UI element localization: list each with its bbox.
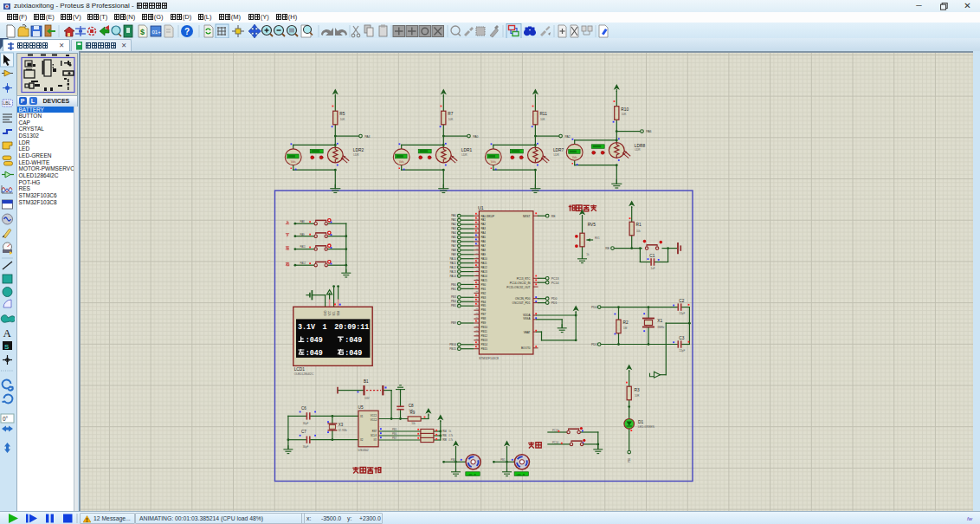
- svg-text:LDR: LDR: [553, 153, 559, 157]
- svg-text:C7: C7: [301, 430, 306, 434]
- svg-text:X1: X1: [657, 319, 662, 323]
- svg-text:PA14: PA14: [449, 275, 456, 278]
- svg-text:10K: 10K: [540, 118, 546, 121]
- svg-text:PB12: PB12: [481, 334, 488, 338]
- svg-text:PB6: PB6: [392, 432, 397, 436]
- svg-text:LBL: LBL: [3, 100, 11, 106]
- svg-text:10k: 10k: [411, 422, 416, 425]
- svg-text:0°: 0°: [3, 416, 9, 422]
- svg-text::049: :049: [306, 336, 323, 345]
- svg-text:R7: R7: [448, 112, 453, 116]
- svg-text:PA8: PA8: [481, 249, 487, 252]
- svg-text:PA13: PA13: [481, 270, 487, 274]
- svg-text:PA12: PA12: [481, 266, 487, 269]
- svg-text:36pF: 36pF: [303, 445, 309, 449]
- svg-text:X1: X1: [360, 415, 364, 418]
- svg-text:PA2: PA2: [481, 223, 487, 226]
- svg-text:PB14: PB14: [481, 343, 488, 346]
- svg-text:10k: 10k: [636, 230, 641, 233]
- svg-text:GND: GND: [324, 310, 327, 315]
- svg-text:PC13: PC13: [551, 277, 559, 281]
- svg-text:PA2: PA2: [451, 223, 456, 226]
- svg-text:PA4: PA4: [451, 231, 456, 235]
- svg-text:R11: R11: [539, 112, 547, 116]
- svg-text:$: $: [140, 28, 145, 36]
- svg-text:PA11: PA11: [300, 245, 306, 249]
- svg-text:PC14-OSC32_IN: PC14-OSC32_IN: [510, 281, 531, 285]
- svg-text:PB1: PB1: [451, 288, 456, 291]
- svg-text:NRST: NRST: [523, 215, 531, 218]
- svg-text:PB15: PB15: [481, 347, 488, 351]
- svg-text:R10: R10: [621, 107, 629, 112]
- svg-text:PB9: PB9: [481, 321, 487, 325]
- svg-text:PB3: PB3: [451, 295, 456, 299]
- svg-text:10R: 10R: [635, 394, 640, 398]
- svg-text:RV1: RV1: [595, 236, 600, 240]
- svg-text:10K: 10K: [448, 118, 455, 121]
- svg-text:4.7k: 4.7k: [448, 434, 454, 437]
- svg-text:STM32F103C8: STM32F103C8: [479, 357, 499, 360]
- svg-text:PA6: PA6: [481, 240, 487, 243]
- svg-text:+91.0: +91.0: [467, 473, 476, 476]
- svg-text:PD0: PD0: [551, 297, 558, 301]
- svg-text:PA13: PA13: [449, 270, 456, 274]
- svg-text:PC13_RTC: PC13_RTC: [517, 277, 532, 281]
- svg-text:PA4: PA4: [481, 231, 487, 235]
- svg-text:RV5: RV5: [588, 223, 596, 227]
- svg-text:PA9: PA9: [451, 253, 456, 256]
- svg-text:10K: 10K: [340, 118, 346, 121]
- svg-text:1uF: 1uF: [651, 267, 655, 270]
- svg-text:PB1: PB1: [500, 458, 506, 462]
- svg-text:PA5: PA5: [481, 236, 487, 239]
- svg-text:3.1V: 3.1V: [298, 323, 316, 332]
- svg-text:PB3: PB3: [481, 296, 487, 300]
- svg-text:PA8: PA8: [300, 220, 306, 223]
- svg-text:PA14: PA14: [481, 275, 487, 278]
- svg-text:36pF: 36pF: [303, 422, 309, 425]
- svg-text:PD0: PD0: [591, 306, 597, 309]
- svg-text:PA12: PA12: [300, 262, 306, 265]
- svg-text:R3: R3: [635, 388, 640, 392]
- svg-text:LDR2: LDR2: [353, 148, 364, 152]
- svg-text:1k: 1k: [586, 253, 590, 256]
- svg-text:PB7: PB7: [392, 437, 397, 440]
- svg-text::049: :049: [345, 349, 362, 358]
- svg-text:PB1: PB1: [481, 288, 487, 291]
- svg-text:PC14: PC14: [551, 281, 559, 285]
- svg-text:PA5: PA5: [451, 236, 456, 239]
- svg-text:?: ?: [184, 27, 190, 36]
- svg-text:PD1: PD1: [591, 343, 597, 346]
- svg-text:R4: R4: [442, 430, 447, 433]
- svg-text:C1: C1: [649, 254, 654, 258]
- svg-text:PB5: PB5: [392, 428, 397, 431]
- svg-text:1M: 1M: [623, 327, 628, 330]
- svg-text:LDR: LDR: [461, 153, 467, 157]
- svg-text:PA10: PA10: [449, 257, 456, 261]
- svg-text:RE: RE: [605, 247, 609, 250]
- svg-text:8MHz: 8MHz: [658, 326, 665, 329]
- svg-text:C6: C6: [301, 406, 306, 411]
- svg-text:SCLK: SCLK: [371, 434, 377, 437]
- svg-text:D1: D1: [638, 420, 643, 424]
- svg-text:S: S: [4, 343, 10, 351]
- svg-text:LDR8: LDR8: [635, 144, 646, 148]
- svg-text:SDA: SDA: [337, 311, 340, 316]
- svg-text:20:09:11: 20:09:11: [334, 323, 369, 332]
- svg-text:PB10: PB10: [481, 326, 488, 329]
- svg-text:R8: R8: [442, 438, 447, 442]
- svg-text:U5: U5: [358, 405, 364, 410]
- svg-text:DS1302: DS1302: [358, 449, 369, 452]
- svg-text:PB0: PB0: [451, 283, 456, 287]
- svg-text:PA3: PA3: [451, 227, 456, 230]
- svg-text:C3: C3: [679, 336, 684, 340]
- svg-text:PB2: PB2: [481, 292, 487, 295]
- svg-text:RE: RE: [551, 215, 556, 218]
- svg-text:VCC1: VCC1: [371, 414, 377, 417]
- svg-text:C8: C8: [409, 404, 414, 408]
- svg-text:PB5: PB5: [451, 304, 456, 307]
- svg-text:VDDA: VDDA: [523, 314, 532, 317]
- svg-text:PA1: PA1: [451, 218, 456, 222]
- svg-text:RST: RST: [372, 430, 377, 433]
- svg-text:PB6: PB6: [481, 308, 487, 312]
- svg-text:PA3: PA3: [481, 227, 487, 230]
